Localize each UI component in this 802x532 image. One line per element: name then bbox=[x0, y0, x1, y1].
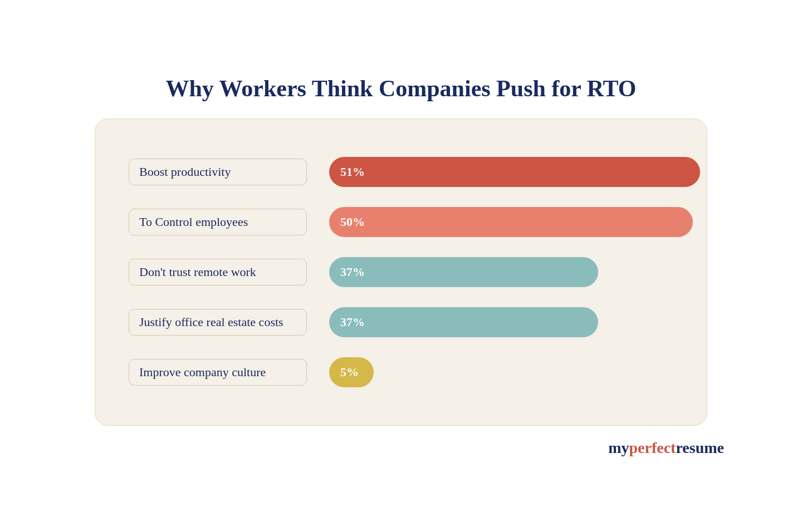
bar-fill-justify-real-estate: 37% bbox=[329, 307, 598, 337]
bar-row-boost-productivity: Boost productivity51% bbox=[129, 147, 673, 197]
bar-label-dont-trust-remote: Don't trust remote work bbox=[129, 259, 307, 285]
bar-area-justify-real-estate: 37% bbox=[329, 307, 673, 337]
bar-row-control-employees: To Control employees50% bbox=[129, 197, 673, 247]
bar-fill-dont-trust-remote: 37% bbox=[329, 257, 598, 287]
bar-row-justify-real-estate: Justify office real estate costs37% bbox=[129, 297, 673, 347]
bar-percent-boost-productivity: 51% bbox=[340, 165, 365, 179]
bar-row-dont-trust-remote: Don't trust remote work37% bbox=[129, 247, 673, 297]
brand-resume: resume bbox=[676, 439, 724, 456]
bar-row-improve-culture: Improve company culture5% bbox=[129, 347, 673, 397]
brand-my: my bbox=[608, 439, 629, 456]
bar-label-justify-real-estate: Justify office real estate costs bbox=[129, 309, 307, 336]
bar-area-dont-trust-remote: 37% bbox=[329, 257, 673, 287]
bar-area-control-employees: 50% bbox=[329, 207, 693, 237]
chart-title: Why Workers Think Companies Push for RTO bbox=[166, 75, 637, 102]
chart-container: Boost productivity51%To Control employee… bbox=[95, 119, 707, 426]
bar-percent-control-employees: 50% bbox=[340, 215, 365, 229]
bar-percent-justify-real-estate: 37% bbox=[340, 315, 365, 329]
bar-area-improve-culture: 5% bbox=[329, 357, 673, 387]
brand-perfect: perfect bbox=[629, 439, 676, 456]
bar-area-boost-productivity: 51% bbox=[329, 157, 700, 187]
bar-fill-control-employees: 50% bbox=[329, 207, 693, 237]
bar-label-improve-culture: Improve company culture bbox=[129, 359, 307, 386]
bar-label-control-employees: To Control employees bbox=[129, 209, 307, 235]
bar-label-boost-productivity: Boost productivity bbox=[129, 159, 307, 185]
bar-fill-improve-culture: 5% bbox=[329, 357, 374, 387]
bar-fill-boost-productivity: 51% bbox=[329, 157, 700, 187]
bar-percent-dont-trust-remote: 37% bbox=[340, 265, 365, 279]
branding: myperfectresume bbox=[608, 439, 724, 457]
bar-percent-improve-culture: 5% bbox=[340, 365, 359, 380]
